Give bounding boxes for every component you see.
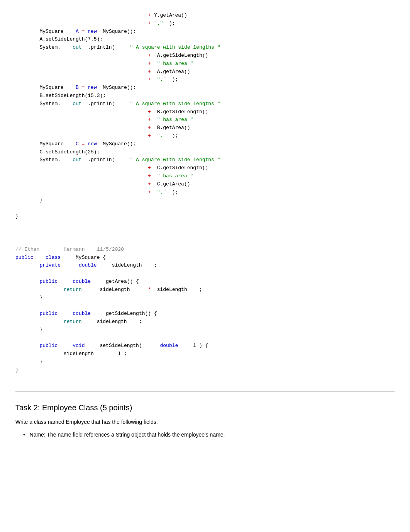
- task2-intro: Write a class named Employee that has th…: [15, 418, 395, 426]
- code-line-comment: // Ethan Hermann 11/5/2020 public class …: [15, 246, 208, 373]
- code-section-class: // Ethan Hermann 11/5/2020 public class …: [15, 242, 395, 378]
- code-line: + Y.getArea() + "." ); MySquare A = new …: [15, 12, 220, 219]
- task2-bullet-1: • Name: The name field references a Stri…: [23, 431, 395, 439]
- task2-heading: Task 2: Employee Class (5 points): [15, 403, 395, 412]
- section-divider: [15, 391, 395, 392]
- code-section-top: + Y.getArea() + "." ); MySquare A = new …: [15, 8, 395, 224]
